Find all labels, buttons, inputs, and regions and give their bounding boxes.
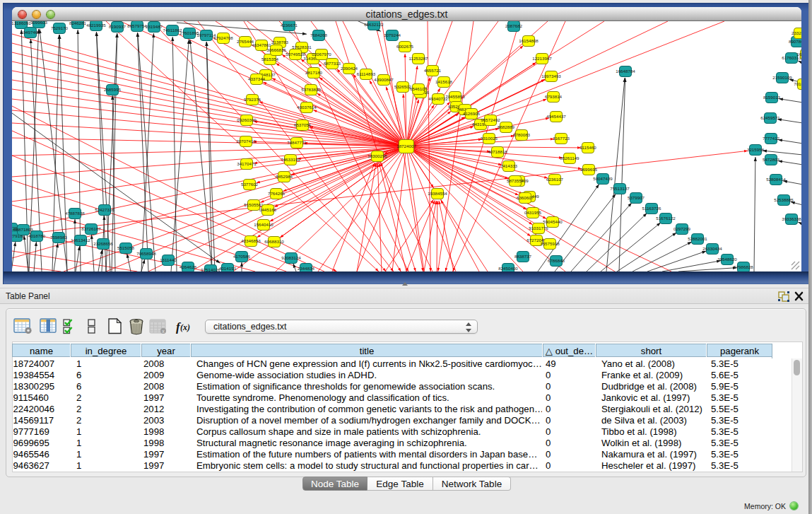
svg-text:11253287: 11253287 <box>408 56 428 61</box>
svg-text:16648784: 16648784 <box>616 69 635 74</box>
svg-text:50047439: 50047439 <box>593 176 613 181</box>
svg-text:12213967: 12213967 <box>532 56 552 61</box>
svg-text:4236671: 4236671 <box>281 23 298 28</box>
svg-text:1311440: 1311440 <box>160 257 177 262</box>
svg-text:6877313: 6877313 <box>324 61 341 66</box>
svg-text:8907866: 8907866 <box>789 39 801 44</box>
svg-text:23268656: 23268656 <box>93 241 113 246</box>
svg-text:67924708: 67924708 <box>213 35 233 40</box>
svg-text:4170586: 4170586 <box>233 254 251 259</box>
svg-text:6546107: 6546107 <box>410 86 428 91</box>
svg-text:10973493: 10973493 <box>541 74 561 78</box>
svg-text:16438831: 16438831 <box>796 52 801 57</box>
svg-text:5377602: 5377602 <box>241 182 259 187</box>
svg-text:1415618: 1415618 <box>435 79 453 84</box>
svg-text:0445166: 0445166 <box>259 207 277 212</box>
svg-text:65632122: 65632122 <box>364 22 384 27</box>
svg-text:51676122: 51676122 <box>656 216 676 221</box>
svg-text:8682889: 8682889 <box>498 124 515 129</box>
svg-text:61114893: 61114893 <box>357 71 376 76</box>
svg-text:60688310: 60688310 <box>264 239 284 244</box>
svg-text:97514026: 97514026 <box>201 267 220 271</box>
svg-text:48219935: 48219935 <box>86 23 106 28</box>
svg-text:9099603: 9099603 <box>30 21 48 25</box>
svg-text:70455853: 70455853 <box>445 94 465 99</box>
svg-text:51163726: 51163726 <box>642 206 661 211</box>
svg-text:7777412: 7777412 <box>763 136 780 141</box>
svg-text:0431955: 0431955 <box>524 210 542 215</box>
svg-text:85261149: 85261149 <box>560 156 579 160</box>
svg-text:26330434: 26330434 <box>702 246 722 251</box>
svg-text:8452984: 8452984 <box>276 174 293 179</box>
svg-text:6537056: 6537056 <box>294 122 312 127</box>
svg-text:18300295: 18300295 <box>367 153 387 158</box>
svg-text:82450400: 82450400 <box>498 266 518 271</box>
svg-text:59045440: 59045440 <box>543 219 563 224</box>
svg-text:3215958: 3215958 <box>747 147 765 152</box>
svg-text:30666836: 30666836 <box>266 47 286 52</box>
svg-text:20707413: 20707413 <box>236 139 256 144</box>
svg-text:9310025: 9310025 <box>481 136 498 141</box>
svg-text:39336338: 39336338 <box>782 216 801 221</box>
svg-text:51505561: 51505561 <box>244 202 264 207</box>
svg-text:88871803: 88871803 <box>13 227 33 232</box>
svg-text:52427316: 52427316 <box>95 207 114 212</box>
svg-text:74847771: 74847771 <box>287 140 307 145</box>
svg-text:57986828: 57986828 <box>734 264 753 269</box>
svg-text:4126906: 4126906 <box>463 111 481 116</box>
svg-text:7414333: 7414333 <box>500 163 518 168</box>
svg-text:75513137: 75513137 <box>610 186 630 191</box>
svg-text:8246281: 8246281 <box>69 21 87 25</box>
svg-text:46347861: 46347861 <box>252 42 271 47</box>
svg-text:15640410: 15640410 <box>254 222 273 227</box>
svg-text:13613412: 13613412 <box>71 238 90 243</box>
svg-text:52808414: 52808414 <box>766 177 786 182</box>
svg-text:2087682: 2087682 <box>505 23 523 28</box>
svg-text:4655721: 4655721 <box>424 68 442 73</box>
svg-text:7529170: 7529170 <box>51 25 69 30</box>
svg-text:16154808: 16154808 <box>519 38 539 43</box>
svg-text:91031776: 91031776 <box>529 226 548 230</box>
svg-text:70658948: 70658948 <box>136 251 156 256</box>
svg-text:5326502: 5326502 <box>394 84 412 89</box>
svg-text:4264628: 4264628 <box>180 264 197 269</box>
svg-text:50749528: 50749528 <box>286 52 305 57</box>
svg-text:9699695: 9699695 <box>580 167 598 172</box>
svg-text:3167723: 3167723 <box>553 136 570 141</box>
svg-text:0297299: 0297299 <box>673 226 691 231</box>
svg-text:52882001: 52882001 <box>688 236 707 241</box>
svg-text:6236107: 6236107 <box>546 177 564 182</box>
svg-text:4337344: 4337344 <box>248 76 266 81</box>
svg-text:13186091: 13186091 <box>12 21 31 25</box>
svg-text:21590109: 21590109 <box>772 75 792 80</box>
svg-text:5379907: 5379907 <box>628 195 645 200</box>
svg-text:8838737: 8838737 <box>514 254 532 259</box>
svg-text:6002675: 6002675 <box>396 44 414 49</box>
svg-text:2344834: 2344834 <box>298 266 315 271</box>
svg-text:2319487: 2319487 <box>146 24 163 29</box>
svg-text:02067970: 02067970 <box>312 52 331 57</box>
svg-text:53783830: 53783830 <box>301 87 321 92</box>
svg-text:3079244: 3079244 <box>384 33 401 37</box>
svg-text:6360607: 6360607 <box>517 195 534 200</box>
svg-text:2332493: 2332493 <box>792 30 801 35</box>
svg-text:70107375: 70107375 <box>794 81 801 86</box>
svg-text:43900847: 43900847 <box>374 77 394 82</box>
svg-text:40037614: 40037614 <box>297 105 317 110</box>
svg-text:5873557: 5873557 <box>507 178 524 183</box>
svg-text:62459571: 62459571 <box>760 115 780 120</box>
svg-text:2138783: 2138783 <box>271 40 289 45</box>
svg-text:42346853: 42346853 <box>241 238 261 243</box>
svg-text:2390424: 2390424 <box>341 66 358 71</box>
svg-text:8159013: 8159013 <box>763 95 781 100</box>
svg-text:19384554: 19384554 <box>428 191 447 196</box>
svg-text:74633191: 74633191 <box>281 157 300 162</box>
svg-text:6780083: 6780083 <box>513 132 531 137</box>
svg-text:09260309: 09260309 <box>237 117 257 122</box>
svg-text:2817180: 2817180 <box>305 70 323 75</box>
svg-text:6793814: 6793814 <box>545 94 563 99</box>
svg-text:5815354: 5815354 <box>261 57 279 62</box>
svg-text:52538885: 52538885 <box>774 197 794 202</box>
svg-text:2685995: 2685995 <box>104 87 122 92</box>
svg-text:6786843: 6786843 <box>548 258 565 263</box>
